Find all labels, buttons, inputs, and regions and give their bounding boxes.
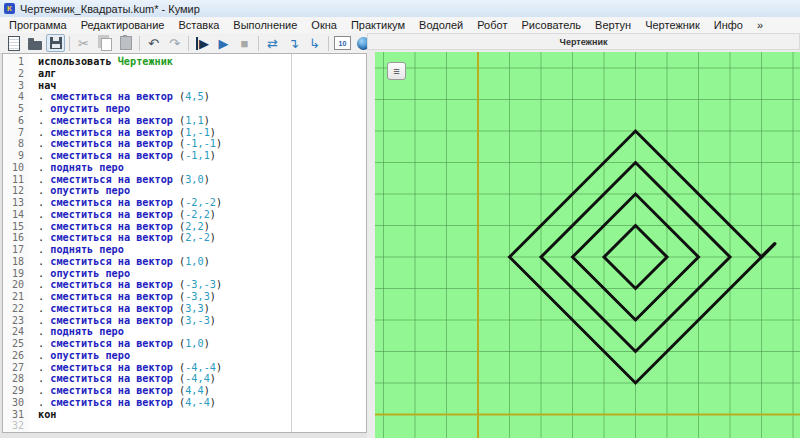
run-blind-button[interactable]: ▶ — [193, 34, 212, 52]
line-number: 29 — [3, 385, 24, 397]
code-line[interactable]: . сместиться на вектор (-3,-3) — [38, 279, 366, 291]
run-button[interactable]: ▶ — [214, 34, 233, 52]
code-line[interactable]: . опустить перо — [38, 268, 366, 280]
code-line[interactable]: . сместиться на вектор (4,-4) — [38, 397, 366, 409]
code-line[interactable]: . сместиться на вектор (-1,-1) — [38, 138, 366, 150]
line-number: 19 — [3, 268, 24, 280]
menu-item-12[interactable]: Инфо — [707, 18, 750, 32]
code-token: ) — [210, 150, 216, 161]
code-token: использовать — [38, 56, 118, 67]
code-token: . — [38, 91, 50, 102]
line-number: 31 — [3, 409, 24, 421]
code-line[interactable]: кон — [38, 409, 366, 421]
step-over-button[interactable]: ⇄ — [263, 34, 282, 52]
menu-item-13[interactable]: » — [750, 18, 770, 32]
menu-item-1[interactable]: Программа — [2, 18, 74, 32]
menu-item-5[interactable]: Окна — [304, 18, 344, 32]
code-line[interactable]: . сместиться на вектор (-3,3) — [38, 291, 366, 303]
step-out-button[interactable]: ↳ — [305, 34, 324, 52]
code-line[interactable] — [38, 432, 366, 433]
menu-bar: ПрограммаРедактированиеВставкаВыполнение… — [0, 17, 800, 33]
menu-item-6[interactable]: Практикум — [344, 18, 412, 32]
code-line[interactable]: . сместиться на вектор (3,0) — [38, 174, 366, 186]
menu-item-7[interactable]: Водолей — [412, 18, 470, 32]
open-file-button[interactable] — [25, 34, 44, 52]
code-line[interactable]: . сместиться на вектор (1,0) — [38, 338, 366, 350]
menu-item-10[interactable]: Вертун — [588, 18, 638, 32]
editor-margin-separator — [291, 54, 292, 432]
cut-button[interactable]: ✂ — [74, 34, 93, 52]
line-number: 18 — [3, 256, 24, 268]
code-line[interactable]: алг — [38, 68, 366, 80]
menu-item-4[interactable]: Выполнение — [226, 18, 304, 32]
code-line[interactable]: . поднять перо — [38, 244, 366, 256]
step-over-icon: ⇄ — [267, 37, 278, 50]
redo-button[interactable]: ↷ — [165, 34, 184, 52]
code-line[interactable]: . сместиться на вектор (-2,-2) — [38, 197, 366, 209]
code-token: 4,5 — [185, 91, 203, 102]
io-window-button[interactable]: 10 — [333, 34, 352, 52]
line-number: 20 — [3, 279, 24, 291]
code-line[interactable]: . сместиться на вектор (2,2) — [38, 221, 366, 233]
code-token: алг — [38, 68, 56, 79]
code-line[interactable]: . сместиться на вектор (1,1) — [38, 115, 366, 127]
code-line[interactable]: . сместиться на вектор (4,5) — [38, 91, 366, 103]
code-token: . — [38, 326, 50, 337]
code-line[interactable]: . сместиться на вектор (-2,2) — [38, 209, 366, 221]
code-editor[interactable]: 1234567891011121314151617181920212223242… — [2, 53, 367, 433]
code-token: ) — [204, 338, 210, 349]
line-number: 22 — [3, 303, 24, 315]
code-line[interactable]: . опустить перо — [38, 350, 366, 362]
undo-icon: ↶ — [148, 37, 159, 50]
step-out-icon: ↳ — [309, 37, 320, 50]
code-line[interactable]: . сместиться на вектор (1,-1) — [38, 127, 366, 139]
code-token: 1,1 — [185, 115, 203, 126]
code-line[interactable]: . опустить перо — [38, 185, 366, 197]
menu-item-2[interactable]: Редактирование — [74, 18, 172, 32]
menu-item-3[interactable]: Вставка — [171, 18, 226, 32]
new-file-button[interactable] — [4, 34, 23, 52]
code-token: сместиться на вектор — [50, 256, 179, 267]
code-line[interactable]: . сместиться на вектор (-1,1) — [38, 150, 366, 162]
stop-button[interactable]: ■ — [235, 34, 254, 52]
code-token: сместиться на вектор — [50, 315, 179, 326]
code-line[interactable]: . поднять перо — [38, 162, 366, 174]
line-number: 27 — [3, 362, 24, 374]
paste-button[interactable] — [116, 34, 135, 52]
code-line[interactable]: нач — [38, 80, 366, 92]
code-token: ) — [204, 385, 210, 396]
line-number: 6 — [3, 115, 24, 127]
code-line[interactable] — [38, 420, 366, 432]
code-token: . — [38, 115, 50, 126]
step-into-button[interactable]: ↴ — [284, 34, 303, 52]
code-line[interactable]: . сместиться на вектор (1,0) — [38, 256, 366, 268]
code-line[interactable]: использовать Чертежник — [38, 56, 366, 68]
code-line[interactable]: . поднять перо — [38, 326, 366, 338]
copy-button[interactable] — [95, 34, 114, 52]
code-line[interactable]: . сместиться на вектор (3,3) — [38, 303, 366, 315]
code-token: -2,-2 — [185, 197, 216, 208]
code-token: сместиться на вектор — [50, 91, 179, 102]
menu-item-9[interactable]: Рисователь — [514, 18, 588, 32]
code-token: . — [38, 232, 50, 243]
run-blind-icon: ▶ — [196, 37, 209, 50]
line-number: 14 — [3, 209, 24, 221]
menu-item-11[interactable]: Чертежник — [638, 18, 707, 32]
code-line[interactable]: . сместиться на вектор (-4,4) — [38, 373, 366, 385]
cut-icon: ✂ — [78, 37, 89, 50]
code-area[interactable]: использовать Чертежникалгнач. сместиться… — [29, 54, 366, 432]
undo-button[interactable]: ↶ — [144, 34, 163, 52]
code-line[interactable]: . сместиться на вектор (2,-2) — [38, 232, 366, 244]
code-token: ) — [210, 315, 216, 326]
menu-item-8[interactable]: Робот — [470, 18, 514, 32]
canvas-menu-button[interactable]: ≡ — [387, 62, 406, 80]
code-token: опустить перо — [50, 350, 130, 361]
io-window-icon: 10 — [334, 36, 351, 50]
code-token: 3,0 — [185, 174, 203, 185]
line-number: 12 — [3, 185, 24, 197]
code-line[interactable]: . сместиться на вектор (-4,-4) — [38, 362, 366, 374]
code-line[interactable]: . сместиться на вектор (3,-3) — [38, 315, 366, 327]
code-line[interactable]: . опустить перо — [38, 103, 366, 115]
code-line[interactable]: . сместиться на вектор (4,4) — [38, 385, 366, 397]
save-button[interactable] — [46, 34, 65, 52]
